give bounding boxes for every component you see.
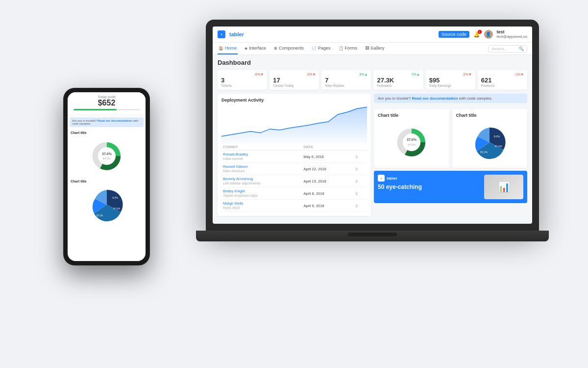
donut1-svg: 37.0% 44.0%: [392, 123, 431, 162]
brand-name: tabler: [229, 31, 244, 37]
line-chart: [221, 105, 367, 144]
notification-badge: 1: [478, 30, 482, 34]
tab-interface[interactable]: ◈ Interface: [244, 43, 267, 54]
phone-chart1-section: Chart title 37.0% 44.0%: [68, 129, 146, 178]
user-name: test: [497, 29, 527, 34]
phone-header: Today profit $652: [68, 92, 146, 115]
action-cell: 🗑: [353, 200, 367, 212]
stat-change: 3%: [412, 73, 416, 76]
dashboard-content: Dashboard -6% ▼ 3 Tickets: [213, 55, 532, 220]
forms-icon: 📋: [339, 46, 343, 51]
date-cell: May 6, 2018: [302, 151, 353, 163]
svg-text:47.4%: 47.4%: [113, 207, 120, 210]
tab-components[interactable]: ⊞ Components: [273, 43, 305, 54]
chart2-card: Chart title: [452, 109, 528, 168]
committer-name: Marge Wells: [223, 201, 244, 206]
line-chart-svg: [221, 105, 367, 144]
user-info: test test@appseed.us: [497, 29, 527, 39]
donut2-container: 9.0% 47.4% 33.1%: [456, 121, 524, 164]
commit-cell: Beverly ArmstrongLeft sidebar adjustment…: [221, 175, 302, 187]
commit-cell: Ronald BradleyInitial commit: [221, 151, 302, 163]
stat-card-header: -2% ▼: [429, 73, 472, 76]
phone-chart2-title: Chart title: [71, 180, 143, 183]
tab-pages-label: Pages: [318, 46, 331, 51]
right-section: Are you in trouble? Read our documentati…: [374, 94, 527, 216]
svg-text:9.0%: 9.0%: [112, 196, 118, 199]
svg-point-7: [98, 147, 116, 165]
stat-change: -6%: [254, 73, 260, 76]
date-cell: April 15, 2018: [302, 175, 353, 187]
tab-gallery[interactable]: 🖼 Gallery: [364, 43, 386, 54]
phone-alert: Are you in trouble? Read our documentati…: [70, 117, 144, 127]
stat-change: 9%: [359, 73, 364, 76]
phone-chart2-section: Chart title 9.0% 47.4% 33.1%: [68, 178, 146, 226]
stat-card-header: -3% ▼: [273, 73, 316, 76]
svg-point-1: [403, 133, 420, 151]
promo-card: › tabler 50 eye-catching 📊: [374, 171, 527, 203]
stat-change: -1%: [514, 73, 520, 76]
chart-cards-row: Chart title: [374, 109, 527, 168]
scene: › tabler Source code 🔔 1 👤 test test@app…: [0, 0, 588, 368]
table-row: Ronald BradleyInitial commit May 6, 2018…: [221, 151, 367, 163]
promo-image: 📊: [484, 175, 523, 199]
phone-profit-label: Today profit: [72, 95, 142, 99]
phone-chart1-title: Chart title: [71, 131, 143, 134]
trend-icon: ▼: [260, 73, 264, 76]
alert-suffix: with code samples.: [459, 96, 492, 101]
user-email: test@appseed.us: [497, 34, 527, 39]
tab-interface-label: Interface: [249, 46, 266, 51]
stat-card-replies: 9% ▲ 7 New Replies: [321, 70, 371, 90]
stat-card-header: 9% ▲: [325, 73, 368, 76]
stat-label: Closed Today: [273, 84, 316, 87]
notification-icon[interactable]: 🔔 1: [473, 31, 480, 38]
nav-tabs: 🏠 Home ◈ Interface ⊞ Components 📄 Pages: [213, 43, 532, 55]
stat-card-followers: 3% ▲ 27.3K Followers: [373, 70, 423, 90]
stat-card-earnings: -2% ▼ $95 Daily Earnings: [426, 70, 475, 90]
donut2-svg: 9.0% 47.4% 33.1%: [470, 123, 509, 162]
activity-card: Deployment Activity: [218, 94, 371, 216]
page-title: Dashboard: [218, 59, 527, 66]
interface-icon: ◈: [245, 46, 247, 51]
trend-icon: ▼: [520, 73, 524, 76]
search-placeholder: Search...: [491, 47, 507, 51]
promo-title: 50 eye-catching: [378, 184, 481, 190]
phone-alert-link[interactable]: Read our documentation: [98, 119, 132, 122]
stat-label: Tickets: [221, 84, 264, 87]
stat-value: 27.3K: [377, 77, 419, 83]
stat-card-header: -6% ▼: [221, 73, 264, 76]
laptop-device: › tabler Source code 🔔 1 👤 test test@app…: [196, 20, 549, 265]
stat-label: Daily Earnings: [429, 84, 472, 87]
date-cell: April 8, 2018: [302, 187, 353, 200]
logo-icon: ›: [218, 30, 225, 38]
svg-text:37.0%: 37.0%: [407, 138, 417, 141]
action-cell: 🗑: [353, 175, 367, 187]
table-row: Marge WellsFixes #619 April 9, 2018 🗑: [221, 200, 367, 212]
source-code-button[interactable]: Source code: [439, 31, 469, 38]
donut1-container: 37.0% 44.0%: [378, 121, 445, 164]
commit-table: COMMIT DATE Ronald BradleyInitial commit…: [221, 144, 367, 212]
svg-text:9.0%: 9.0%: [494, 135, 500, 138]
table-row: Bobby KnightTopbar dropdown style April …: [221, 187, 367, 200]
alert-link[interactable]: Read our documentation: [412, 96, 458, 101]
nav-right: Source code 🔔 1 👤 test test@appseed.us: [439, 29, 527, 39]
tab-home[interactable]: 🏠 Home: [218, 43, 238, 54]
tab-forms[interactable]: 📋 Forms: [338, 43, 359, 54]
home-icon: 🏠: [219, 46, 223, 51]
tab-pages[interactable]: 📄 Pages: [311, 43, 332, 54]
stat-label: Products: [481, 84, 524, 87]
main-grid: Deployment Activity: [218, 94, 527, 216]
phone-progress-bar: [74, 109, 140, 110]
stat-change: -2%: [462, 73, 468, 76]
search-icon: 🔍: [519, 47, 524, 51]
phone-body: Today profit $652 Are you in trouble? Re…: [64, 88, 149, 265]
phone-device: Today profit $652 Are you in trouble? Re…: [64, 88, 149, 265]
browser-nav: › tabler Source code 🔔 1 👤 test test@app…: [213, 26, 532, 43]
svg-text:33.1%: 33.1%: [480, 151, 488, 154]
pages-icon: 📄: [312, 46, 317, 51]
stat-cards: -6% ▼ 3 Tickets -3% ▼ 17: [218, 70, 527, 90]
svg-text:37.0%: 37.0%: [102, 152, 112, 156]
action-cell: 🗑: [353, 151, 367, 163]
svg-text:47.4%: 47.4%: [494, 145, 502, 148]
search-box[interactable]: Search... 🔍: [488, 45, 527, 53]
trend-icon: ▼: [468, 73, 472, 76]
